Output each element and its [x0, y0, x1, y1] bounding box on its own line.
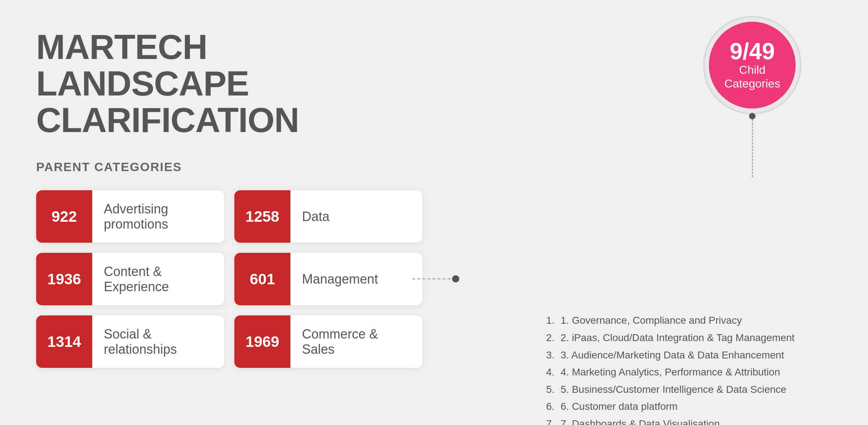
card-advertising-promotions: 922 Advertising promotions	[36, 190, 224, 243]
child-category-item: 4. Marketing Analytics, Performance & At…	[546, 364, 799, 381]
child-category-item: 6. Customer data platform	[546, 398, 799, 415]
card-label-commerce: Commerce & Sales	[290, 315, 422, 368]
child-category-item: 3. Audience/Marketing Data & Data Enhanc…	[546, 347, 799, 364]
svg-point-1	[452, 275, 459, 282]
child-category-item: 1. Governance, Compliance and Privacy	[546, 312, 799, 329]
card-count-management: 601	[234, 253, 290, 305]
child-category-item: 5. Business/Customer Intelligence & Data…	[546, 381, 799, 398]
card-label-social: Social & relationships	[92, 315, 224, 368]
main-content: PARENT CATEGORIES 922 Advertising promot…	[36, 160, 832, 368]
badge-container: 9/49 ChildCategories	[709, 22, 796, 177]
card-count-social: 1314	[36, 315, 92, 368]
page-wrapper: 9/49 ChildCategories MARTECH LANDSCAPE C…	[0, 0, 868, 425]
card-content-experience: 1936 Content & Experience	[36, 253, 224, 305]
badge-dot	[749, 113, 756, 119]
card-count-content: 1936	[36, 253, 92, 305]
card-commerce-sales: 1969 Commerce & Sales	[234, 315, 422, 368]
main-title: MARTECH LANDSCAPE CLARIFICATION	[36, 29, 289, 138]
card-label-advertising: Advertising promotions	[92, 190, 224, 243]
right-categories-list: 1. Governance, Compliance and Privacy2. …	[546, 312, 799, 425]
badge-label: ChildCategories	[724, 63, 780, 91]
badge-fraction: 9/49	[730, 40, 775, 63]
card-data: 1258 Data	[234, 190, 422, 243]
child-category-item: 2. iPaas, Cloud/Data Integration & Tag M…	[546, 329, 799, 347]
card-count-advertising: 922	[36, 190, 92, 243]
card-label-data: Data	[290, 190, 422, 243]
card-label-content: Content & Experience	[92, 253, 224, 305]
card-count-commerce: 1969	[234, 315, 290, 368]
card-count-data: 1258	[234, 190, 290, 243]
card-social-relationships: 1314 Social & relationships	[36, 315, 224, 368]
card-label-management: Management	[290, 253, 422, 305]
child-category-item: 7. Dashboards & Data Visualisation	[546, 415, 799, 425]
badge-circle: 9/49 ChildCategories	[709, 22, 796, 109]
section-label: PARENT CATEGORIES	[36, 160, 832, 174]
card-management: 601 Management	[234, 253, 422, 305]
cards-grid: 922 Advertising promotions 1258 Data 193…	[36, 190, 422, 368]
